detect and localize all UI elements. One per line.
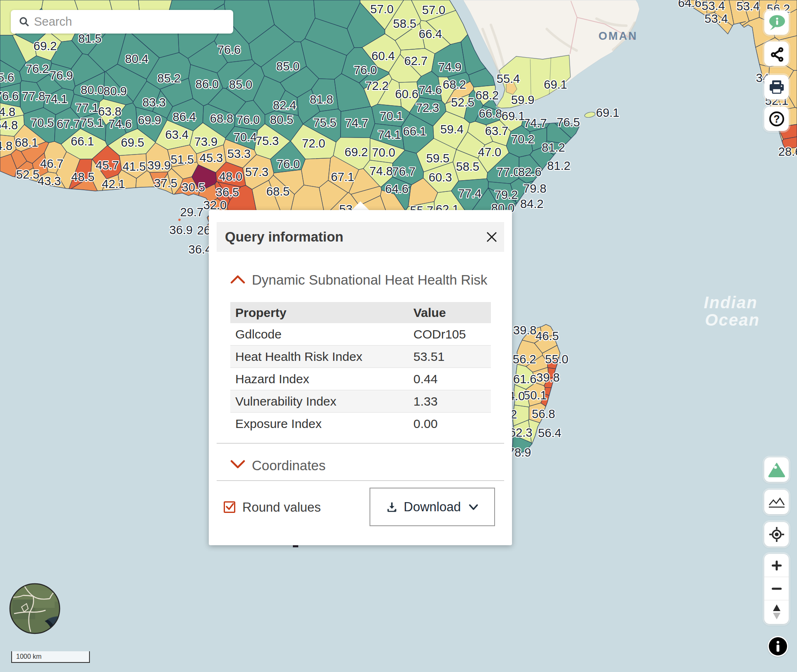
- svg-text:77.4: 77.4: [458, 187, 481, 200]
- svg-text:74.7: 74.7: [345, 116, 368, 130]
- svg-text:69.1: 69.1: [502, 109, 525, 123]
- svg-text:56.8: 56.8: [532, 407, 555, 421]
- svg-text:70.4: 70.4: [234, 131, 257, 144]
- svg-text:48.5: 48.5: [71, 170, 94, 184]
- svg-text:80.9: 80.9: [104, 85, 127, 98]
- svg-text:66.8: 66.8: [479, 107, 502, 120]
- svg-text:68.1: 68.1: [15, 136, 38, 149]
- svg-text:80.5: 80.5: [270, 113, 293, 126]
- svg-text:69.9: 69.9: [138, 114, 161, 127]
- svg-text:74.8: 74.8: [370, 164, 393, 178]
- svg-text:74.1: 74.1: [44, 92, 68, 106]
- svg-text:69.2: 69.2: [34, 39, 57, 53]
- svg-text:56.2: 56.2: [513, 353, 536, 366]
- svg-text:70.0: 70.0: [372, 146, 395, 159]
- svg-text:76.0: 76.0: [237, 113, 260, 126]
- svg-text:63.4: 63.4: [165, 128, 188, 141]
- svg-text:82.6: 82.6: [518, 165, 541, 179]
- svg-text:61.6: 61.6: [513, 372, 536, 386]
- svg-text:50.1: 50.1: [524, 389, 547, 402]
- svg-text:76.6: 76.6: [217, 43, 241, 56]
- svg-text:86.0: 86.0: [196, 77, 219, 91]
- svg-text:68.8: 68.8: [210, 112, 233, 125]
- svg-text:52.5: 52.5: [451, 96, 474, 109]
- svg-text:86.4: 86.4: [173, 110, 196, 123]
- svg-text:77.1: 77.1: [75, 101, 99, 114]
- svg-text:29.7: 29.7: [180, 205, 203, 219]
- svg-text:76.0: 76.0: [277, 157, 300, 171]
- svg-text:70.2: 70.2: [511, 133, 534, 146]
- svg-text:63.7: 63.7: [485, 124, 508, 138]
- svg-text:76.7: 76.7: [392, 165, 415, 178]
- svg-text:57.3: 57.3: [245, 165, 268, 179]
- svg-text:76.0: 76.0: [354, 63, 377, 77]
- svg-text:69.2: 69.2: [345, 145, 368, 159]
- svg-text:28.6: 28.6: [778, 145, 797, 158]
- svg-text:77.0: 77.0: [497, 165, 520, 179]
- svg-text:30.5: 30.5: [182, 181, 205, 194]
- svg-text:85.2: 85.2: [157, 72, 181, 85]
- svg-text:81.5: 81.5: [78, 32, 101, 45]
- svg-text:76.5: 76.5: [557, 116, 580, 129]
- svg-text:Indian: Indian: [704, 293, 758, 312]
- svg-text:39.9: 39.9: [147, 159, 171, 172]
- svg-text:4.8: 4.8: [0, 139, 12, 152]
- svg-text:62.7: 62.7: [404, 54, 427, 68]
- svg-text:60.3: 60.3: [429, 171, 452, 184]
- svg-text:81.2: 81.2: [542, 141, 565, 154]
- svg-text:45.7: 45.7: [96, 159, 119, 172]
- svg-text:74.6: 74.6: [109, 117, 132, 131]
- svg-text:59.5: 59.5: [426, 152, 449, 165]
- svg-text:76.9: 76.9: [50, 69, 73, 82]
- svg-text:52.5: 52.5: [16, 168, 39, 181]
- svg-text:51.5: 51.5: [171, 153, 194, 166]
- svg-text:39.8: 39.8: [513, 324, 536, 337]
- svg-text:70.1: 70.1: [380, 109, 403, 123]
- svg-text:72.3: 72.3: [416, 101, 439, 114]
- svg-text:79.8: 79.8: [523, 182, 546, 195]
- svg-text:46.7: 46.7: [40, 157, 63, 170]
- svg-text:66.1: 66.1: [71, 135, 94, 148]
- svg-text:80.0: 80.0: [81, 83, 104, 97]
- svg-text:80.4: 80.4: [125, 52, 148, 65]
- svg-text:41.5: 41.5: [123, 160, 146, 173]
- svg-text:75.5: 75.5: [313, 116, 336, 129]
- svg-text:84.2: 84.2: [520, 197, 543, 210]
- svg-text:75.3: 75.3: [256, 134, 279, 147]
- svg-text:76.2: 76.2: [26, 62, 49, 75]
- svg-text:74.7: 74.7: [524, 116, 547, 130]
- svg-text:81.8: 81.8: [310, 93, 333, 106]
- svg-text:82.4: 82.4: [273, 99, 296, 112]
- svg-text:OMAN: OMAN: [599, 30, 638, 42]
- svg-text:72.2: 72.2: [365, 79, 389, 92]
- svg-text:81.2: 81.2: [547, 159, 570, 172]
- svg-text:69.5: 69.5: [121, 136, 144, 149]
- svg-text:79.2: 79.2: [495, 188, 518, 201]
- svg-text:74.1: 74.1: [378, 128, 401, 141]
- svg-text:57.0: 57.0: [422, 3, 445, 17]
- svg-text:43.3: 43.3: [38, 174, 61, 188]
- svg-text:58.5: 58.5: [456, 160, 479, 173]
- svg-text:?: ?: [773, 113, 780, 125]
- svg-text:64.8: 64.8: [0, 118, 18, 132]
- svg-text:55.0: 55.0: [545, 353, 568, 366]
- svg-text:58.5: 58.5: [393, 17, 416, 30]
- svg-text:68.2: 68.2: [476, 89, 499, 102]
- svg-text:60.6: 60.6: [395, 87, 418, 101]
- svg-text:63.8: 63.8: [98, 105, 121, 118]
- svg-text:46.5: 46.5: [536, 329, 559, 343]
- svg-text:60.4: 60.4: [372, 49, 395, 63]
- svg-text:55.4: 55.4: [497, 72, 520, 85]
- svg-text:67.7: 67.7: [57, 117, 80, 131]
- svg-text:37.5: 37.5: [154, 176, 177, 190]
- svg-text:39.8: 39.8: [536, 371, 560, 384]
- svg-text:68.5: 68.5: [266, 185, 290, 198]
- svg-text:57.0: 57.0: [370, 2, 394, 16]
- svg-text:42.1: 42.1: [102, 177, 125, 191]
- svg-text:48.0: 48.0: [219, 170, 242, 183]
- svg-text:59.4: 59.4: [440, 123, 464, 136]
- svg-text:66.4: 66.4: [419, 27, 442, 41]
- svg-text:64.6: 64.6: [385, 182, 408, 196]
- svg-text:66.1: 66.1: [403, 125, 426, 138]
- svg-text:75.6: 75.6: [0, 71, 14, 84]
